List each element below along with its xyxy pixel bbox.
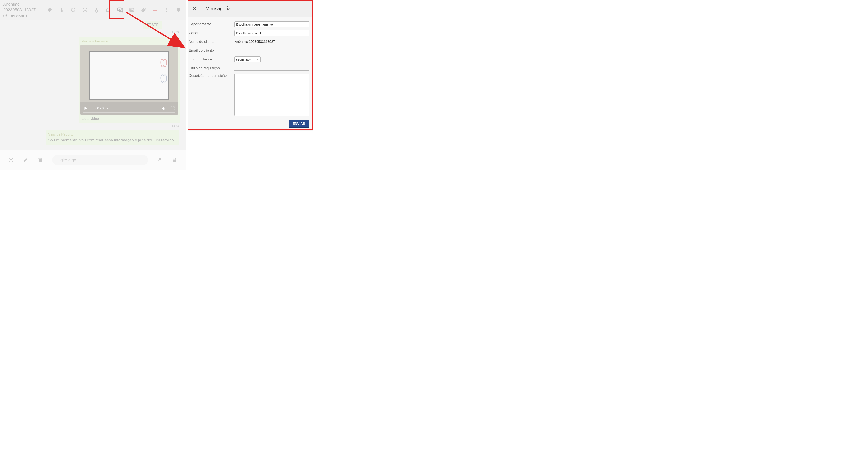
svg-point-0 [83,8,87,12]
support-face-icon[interactable] [82,7,88,12]
label-departamento: Departamento [189,22,234,26]
svg-point-9 [10,159,11,160]
contact-name-1: Anônimo [3,1,36,7]
emoji-icon[interactable] [8,157,14,163]
select-canal[interactable]: Escolha um canal... [234,30,309,36]
gallery-icon[interactable] [38,157,43,163]
label-canal: Canal [189,31,234,35]
message-input[interactable]: Digite algo... [52,155,148,165]
contact-name-2: 20230503113927 [3,7,36,13]
video-thumbnail-monitor [89,51,169,100]
svg-point-7 [166,11,167,12]
messaging-panel: Mensageria Departamento Escolha um depar… [188,0,313,170]
anna-logo-icon [158,57,172,70]
input-placeholder: Digite algo... [57,158,80,163]
label-tipo-cliente: Tipo do cliente [189,57,234,61]
chevron-down-icon [305,23,307,26]
timestamp-1: 15:33 [172,31,179,34]
svg-point-5 [166,8,167,8]
svg-rect-13 [173,159,176,162]
svg-point-10 [11,159,12,160]
input-nome-cliente[interactable] [234,39,309,45]
label-nome-cliente: Nome do cliente [189,40,234,44]
attachment-icon[interactable] [141,7,146,12]
secondary-logo-icon [158,72,172,86]
panel-header: Mensageria [188,0,313,17]
video-progress[interactable] [83,112,176,113]
message-text: Vinicius Pecorari Só um momento, vou con… [45,130,179,145]
textarea-descricao[interactable] [234,73,309,116]
select-canal-value: Escolha um canal... [236,31,264,35]
teste-text: TESTE [147,23,159,27]
svg-point-4 [131,9,131,10]
panel-title: Mensageria [206,6,230,11]
timestamp-2: 15:33 [172,124,179,127]
video-player[interactable]: 0:00 / 0:02 [81,45,178,115]
tag-icon[interactable] [47,7,53,12]
mic-icon[interactable] [157,157,163,163]
chat-messages: TESTE 15:33 Vinicius Pecorari 0 [0,20,186,150]
video-thumbnail-screen [90,52,168,99]
more-icon[interactable] [164,7,169,12]
input-titulo-req[interactable] [234,66,309,71]
text-body: Só um momento, vou confirmar essa inform… [48,138,177,143]
chevron-down-icon [256,58,259,61]
label-titulo-req: Título da requisição [189,66,234,70]
lock-icon[interactable] [172,157,177,163]
highlight-box [109,0,124,19]
text-sender: Vinicius Pecorari [48,133,177,137]
input-email-cliente[interactable] [234,48,309,53]
close-icon[interactable] [192,6,197,11]
message-video: Vinicius Pecorari 0:00 / 0:02 [79,37,180,123]
select-tipo-value: (Sem tipo) [236,58,251,61]
contact-info: Anônimo 20230503113927 (Supervisão) [0,1,36,19]
volume-icon[interactable] [161,106,166,111]
pencil-icon[interactable] [23,157,28,163]
panel-body: Departamento Escolha um departamento... … [188,17,313,131]
chevron-down-icon [305,31,307,35]
message-teste: TESTE [143,21,162,29]
select-departamento[interactable]: Escolha um departamento... [234,21,309,27]
video-caption: teste video [81,115,178,121]
play-icon[interactable] [84,106,88,111]
analytics-icon[interactable] [59,7,64,12]
label-email-cliente: Email do cliente [189,49,234,53]
select-departamento-value: Escolha um departamento... [236,23,276,26]
select-tipo-cliente[interactable]: (Sem tipo) [234,56,261,62]
svg-point-1 [96,8,97,8]
input-bar: Digite algo... [0,150,186,170]
svg-point-8 [9,158,13,162]
fullscreen-icon[interactable] [170,106,175,111]
video-controls: 0:00 / 0:02 [81,102,178,115]
wheelchair-icon[interactable] [94,7,99,12]
hangup-icon[interactable] [152,7,158,12]
video-sender: Vinicius Pecorari [81,38,178,45]
bell-icon[interactable] [176,7,181,12]
svg-point-6 [166,9,167,10]
video-time: 0:00 / 0:02 [93,107,108,110]
submit-button[interactable]: ENVIAR [289,120,309,127]
label-descricao-req: Descrição da requisição [189,73,234,78]
chat-pane: Anônimo 20230503113927 (Supervisão) [0,0,186,170]
contact-role: (Supervisão) [3,13,36,19]
refresh-icon[interactable] [70,7,76,12]
image-icon[interactable] [129,7,134,12]
